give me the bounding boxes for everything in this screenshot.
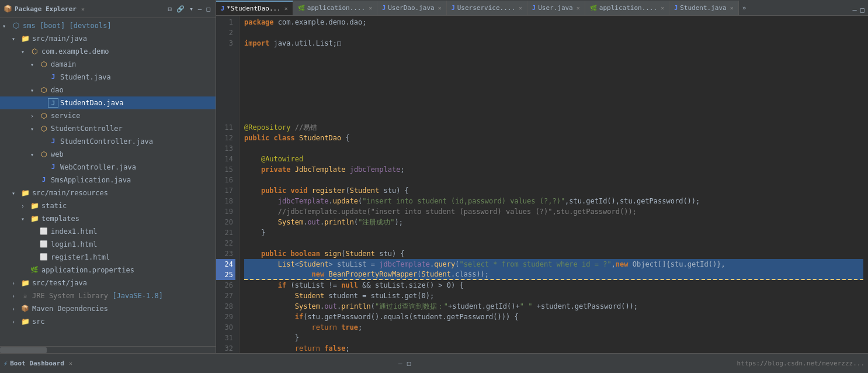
maximize-editor-icon[interactable]: □ xyxy=(859,5,866,15)
tab-student-java[interactable]: J Student.java ✕ xyxy=(669,1,739,15)
tree-item-maven[interactable]: › 📦 Maven Dependencies xyxy=(0,302,216,315)
tab-label: application.... xyxy=(599,4,657,12)
code-line: import java.util.List;□ xyxy=(244,38,863,49)
properties-file-icon: 🌿 xyxy=(29,265,40,275)
tree-item-src-main-resources[interactable]: ▾ 📁 src/main/resources xyxy=(0,186,216,199)
tree-arrow[interactable]: › xyxy=(12,280,20,286)
code-line: @Autowired xyxy=(244,154,863,164)
horizontal-scrollbar[interactable] xyxy=(0,346,216,353)
bottom-minimize-icon[interactable]: — xyxy=(397,359,404,368)
tree-arrow[interactable]: ▾ xyxy=(2,23,11,29)
tree-arrow[interactable]: ▾ xyxy=(30,61,39,68)
file-tree: ▾ ⬡ sms [boot] [devtools] ▾ 📁 src/main/j… xyxy=(0,18,216,346)
scrollbar-thumb[interactable] xyxy=(0,347,47,353)
html-file-icon: ⬜ xyxy=(39,253,49,262)
tree-item-templates[interactable]: ▾ 📁 templates xyxy=(0,212,216,225)
tree-arrow[interactable]: ▾ xyxy=(30,151,39,158)
tab-userdao[interactable]: J UserDao.java ✕ xyxy=(377,1,447,15)
tree-item-studentdao-java[interactable]: ▾ J StudentDao.java xyxy=(0,96,216,109)
static-folder-icon: 📁 xyxy=(29,201,40,210)
tree-item-application-properties[interactable]: ▾ 🌿 application.properties xyxy=(0,264,216,277)
tree-label: Maven Dependencies xyxy=(32,305,108,313)
tab-close-button[interactable]: ✕ xyxy=(730,5,734,11)
maximize-icon[interactable]: □ xyxy=(204,5,212,13)
tree-item-web[interactable]: ▾ ⬡ web xyxy=(0,148,216,161)
tree-label: service xyxy=(51,112,81,120)
tree-item-src-main-java[interactable]: ▾ 📁 src/main/java xyxy=(0,32,216,45)
tree-arrow[interactable]: ▾ xyxy=(21,49,29,55)
tab-java-icon: J xyxy=(221,5,224,12)
minimize-editor-icon[interactable]: — xyxy=(852,5,858,15)
tree-label: src/test/java xyxy=(32,279,87,287)
tab-userservice[interactable]: J Userservice.... ✕ xyxy=(447,1,527,15)
tab-close-button[interactable]: ✕ xyxy=(369,5,372,11)
link-editor-icon[interactable]: 🔗 xyxy=(175,5,186,13)
tab-close-button[interactable]: ✕ xyxy=(577,5,580,11)
tab-close-button[interactable]: ✕ xyxy=(661,5,664,11)
tree-arrow[interactable]: ▾ xyxy=(12,36,20,42)
tab-studentdao[interactable]: J *StudentDao... ✕ xyxy=(216,1,293,15)
tree-item-smsapplication-java[interactable]: ▾ J SmsApplication.java xyxy=(0,174,216,186)
tab-close-button[interactable]: ✕ xyxy=(438,5,442,11)
html-file-icon: ⬜ xyxy=(39,240,49,249)
tab-overflow-button[interactable]: » xyxy=(739,1,750,15)
tree-item-src[interactable]: › 📁 src xyxy=(0,315,216,328)
tree-item-studentcontroller[interactable]: ▾ ⬡ StudentController xyxy=(0,122,216,135)
panel-close-icon[interactable]: ✕ xyxy=(81,6,85,12)
tree-item-register1-html[interactable]: ▾ ⬜ register1.html xyxy=(0,251,216,264)
tab-close-button[interactable]: ✕ xyxy=(284,5,288,12)
code-line: System.out.println("通过id查询到数据："+student.… xyxy=(244,301,863,312)
line-num: 11 xyxy=(216,122,235,133)
tree-item-webcontroller-java[interactable]: ▾ J WebController.java xyxy=(0,161,216,174)
tree-item-damain[interactable]: ▾ ⬡ damain xyxy=(0,58,216,71)
tree-item-student-java[interactable]: ▾ J Student.java xyxy=(0,71,216,84)
tree-item-com-example-demo[interactable]: ▾ ⬡ com.example.demo xyxy=(0,45,216,58)
line-num xyxy=(216,59,235,70)
resources-folder-icon: 📁 xyxy=(20,188,30,198)
collapse-all-icon[interactable]: ⊟ xyxy=(166,5,174,13)
tab-bar-right-icons: — □ xyxy=(849,5,868,15)
tree-arrow[interactable]: ▾ xyxy=(30,87,39,94)
tree-label: register1.html xyxy=(51,253,110,261)
code-content[interactable]: package com.example.demo.dao; import jav… xyxy=(239,16,868,353)
tree-item-studentcontroller-java[interactable]: ▾ J StudentController.java xyxy=(0,135,216,148)
code-line: public void register(Student stu) { xyxy=(244,185,863,196)
tree-item-src-test-java[interactable]: › 📁 src/test/java xyxy=(0,277,216,289)
tab-application1[interactable]: 🌿 application.... ✕ xyxy=(293,1,377,15)
tree-item-index1-html[interactable]: ▾ ⬜ index1.html xyxy=(0,225,216,238)
java-file-icon: J xyxy=(39,175,49,185)
tree-item-login1-html[interactable]: ▾ ⬜ login1.html xyxy=(0,238,216,251)
tree-label: application.properties xyxy=(41,266,134,274)
tree-arrow[interactable]: › xyxy=(21,203,29,209)
tree-label: web xyxy=(51,150,64,158)
tree-item-service[interactable]: › ⬡ service xyxy=(0,109,216,122)
tree-item-jre[interactable]: › ☕ JRE System Library [JavaSE-1.8] xyxy=(0,289,216,302)
tree-arrow[interactable]: › xyxy=(12,293,20,299)
tree-arrow[interactable]: ▾ xyxy=(30,126,39,132)
tree-arrow[interactable]: › xyxy=(30,113,39,119)
bottom-maximize-icon[interactable]: □ xyxy=(405,359,413,368)
tree-item-sms[interactable]: ▾ ⬡ sms [boot] [devtools] xyxy=(0,19,216,32)
boot-dashboard-close[interactable]: ✕ xyxy=(69,360,72,367)
panel-menu-icon[interactable]: ▾ xyxy=(188,5,195,13)
tree-arrow[interactable]: › xyxy=(12,306,20,312)
tree-label: src/main/java xyxy=(32,34,87,43)
package-explorer-panel: 📦 Package Explorer ✕ ⊟ 🔗 ▾ — □ ▾ ⬡ sms [… xyxy=(0,0,216,353)
code-line: if(stu.getPassword().equals(student.getP… xyxy=(244,312,863,322)
tree-label: dao xyxy=(51,86,64,94)
tab-close-button[interactable]: ✕ xyxy=(519,5,522,11)
tree-arrow[interactable]: ▾ xyxy=(12,190,20,196)
code-line: if (stuList != null && stuList.size() > … xyxy=(244,280,863,291)
tree-arrow[interactable]: › xyxy=(12,319,20,325)
tree-item-static[interactable]: › 📁 static xyxy=(0,199,216,212)
tab-user-java[interactable]: J User.java ✕ xyxy=(527,1,585,15)
line-num xyxy=(216,49,235,59)
code-line: } xyxy=(244,333,863,343)
code-line xyxy=(244,70,863,80)
tree-item-dao[interactable]: ▾ ⬡ dao xyxy=(0,84,216,96)
tree-arrow[interactable]: ▾ xyxy=(21,216,29,222)
tree-label: StudentController.java xyxy=(60,137,153,146)
minimize-icon[interactable]: — xyxy=(196,5,204,13)
tab-application2[interactable]: 🌿 application.... ✕ xyxy=(585,1,669,15)
line-num xyxy=(216,112,235,122)
